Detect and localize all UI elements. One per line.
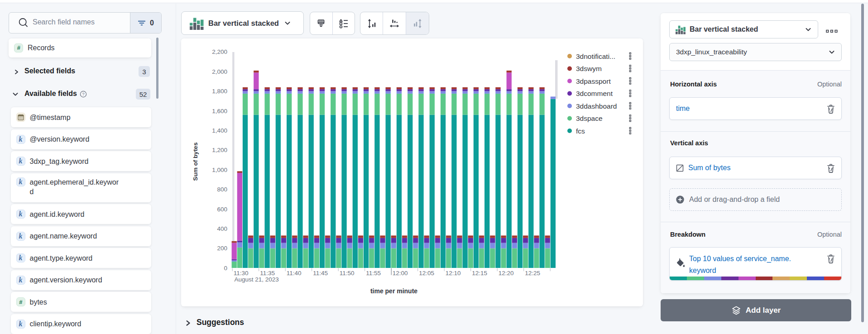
svg-text:12:20: 12:20: [499, 270, 514, 277]
svg-text:11:30: 11:30: [234, 270, 249, 277]
svg-text:400: 400: [217, 225, 227, 232]
svg-text:800: 800: [217, 186, 227, 193]
svg-text:600: 600: [217, 206, 227, 213]
svg-text:11:45: 11:45: [313, 270, 328, 277]
svg-text:August 21, 2023: August 21, 2023: [235, 276, 279, 283]
svg-text:11:50: 11:50: [340, 270, 355, 277]
svg-text:1,400: 1,400: [212, 127, 227, 134]
svg-text:1,600: 1,600: [212, 108, 227, 115]
svg-text:11:35: 11:35: [260, 270, 275, 277]
svg-text:2,200: 2,200: [212, 48, 227, 55]
svg-text:11:40: 11:40: [287, 270, 302, 277]
svg-text:1,200: 1,200: [212, 147, 227, 153]
svg-text:time per minute: time per minute: [370, 287, 417, 295]
svg-text:11:55: 11:55: [366, 270, 381, 277]
svg-text:200: 200: [217, 245, 227, 252]
svg-text:1,000: 1,000: [212, 167, 227, 173]
svg-text:3ddashboard: 3ddashboard: [576, 102, 617, 110]
svg-text:2,000: 2,000: [212, 68, 227, 75]
svg-text:12:15: 12:15: [472, 270, 487, 277]
svg-text:3dswym: 3dswym: [576, 65, 602, 72]
svg-text:12:25: 12:25: [525, 270, 540, 277]
svg-text:3dcomment: 3dcomment: [576, 90, 613, 97]
svg-text:fcs: fcs: [576, 127, 585, 135]
svg-text:12:05: 12:05: [419, 270, 434, 277]
svg-text:1,800: 1,800: [212, 88, 227, 95]
svg-text:12:00: 12:00: [393, 270, 408, 277]
svg-text:3dpassport: 3dpassport: [576, 77, 611, 85]
svg-text:3dnotificati...: 3dnotificati...: [576, 52, 615, 60]
svg-text:?: ?: [82, 91, 84, 96]
svg-text:3dspace: 3dspace: [576, 115, 603, 122]
svg-text:0: 0: [224, 265, 227, 272]
svg-text:12:10: 12:10: [446, 270, 461, 277]
svg-text:Sum of bytes: Sum of bytes: [192, 143, 199, 181]
